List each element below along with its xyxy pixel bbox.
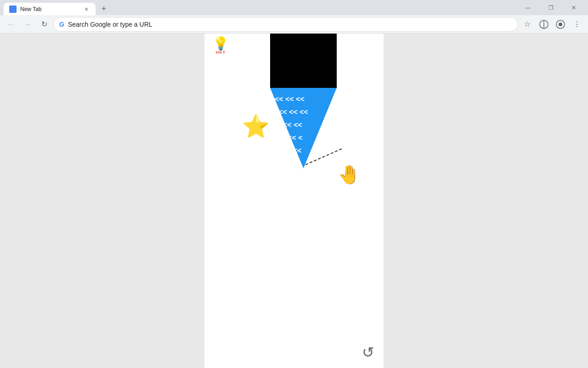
black-rectangle — [270, 34, 337, 88]
tab-close-button[interactable]: × — [83, 6, 90, 13]
minimize-button[interactable]: — — [517, 0, 538, 15]
refresh-icon: ↺ — [362, 344, 374, 361]
svg-text:<< <<: << << — [283, 121, 302, 129]
bookmark-icon[interactable]: ☆ — [520, 17, 535, 32]
svg-text:🤚: 🤚 — [338, 163, 361, 185]
svg-text:<< << <<: << << << — [275, 95, 305, 103]
close-button[interactable]: ✕ — [563, 0, 584, 15]
svg-text:<<: << — [293, 147, 302, 155]
hkt-label: HKT — [216, 50, 226, 55]
refresh-button[interactable]: ↻ — [37, 17, 51, 32]
address-text: Search Google or type a URL — [68, 21, 512, 28]
address-bar[interactable]: G Search Google or type a URL — [53, 17, 518, 32]
content-area: 💡 HKT << << << << << << << << << < << — [0, 34, 588, 368]
toolbar-icons: ☆ ⋮ — [520, 17, 584, 32]
active-tab[interactable]: G New Tab × — [4, 3, 96, 15]
toolbar: ← → ↻ G Search Google or type a URL ☆ ⋮ — [0, 15, 588, 34]
tab-favicon: G — [9, 6, 17, 13]
google-logo: G — [59, 21, 64, 28]
svg-text:<< <: << < — [288, 134, 302, 142]
new-tab-button[interactable]: + — [97, 2, 110, 15]
title-bar: G New Tab × + — ❐ ✕ — [0, 0, 588, 15]
hkt-bulb-icon: 💡 — [213, 37, 229, 50]
svg-line-10 — [305, 149, 342, 165]
window-controls: — ❐ ✕ — [517, 0, 584, 15]
extensions-icon[interactable] — [553, 17, 568, 32]
svg-text:G: G — [10, 6, 14, 12]
svg-text:<< << <<: << << << — [278, 108, 308, 116]
profile-icon[interactable] — [537, 17, 551, 32]
hkt-logo: 💡 HKT — [213, 37, 229, 55]
maximize-button[interactable]: ❐ — [540, 0, 561, 15]
tab-title: New Tab — [20, 6, 41, 12]
menu-icon[interactable]: ⋮ — [570, 17, 584, 32]
back-button[interactable]: ← — [4, 17, 18, 32]
tab-strip: G New Tab × + — [4, 0, 110, 15]
star-emoji: ⭐ — [242, 115, 270, 138]
undo-refresh-button[interactable]: ↺ — [360, 344, 376, 361]
forward-button[interactable]: → — [20, 17, 35, 32]
page-canvas: 💡 HKT << << << << << << << << << < << — [204, 34, 384, 368]
dashed-line-container: 🤚 — [305, 144, 361, 181]
